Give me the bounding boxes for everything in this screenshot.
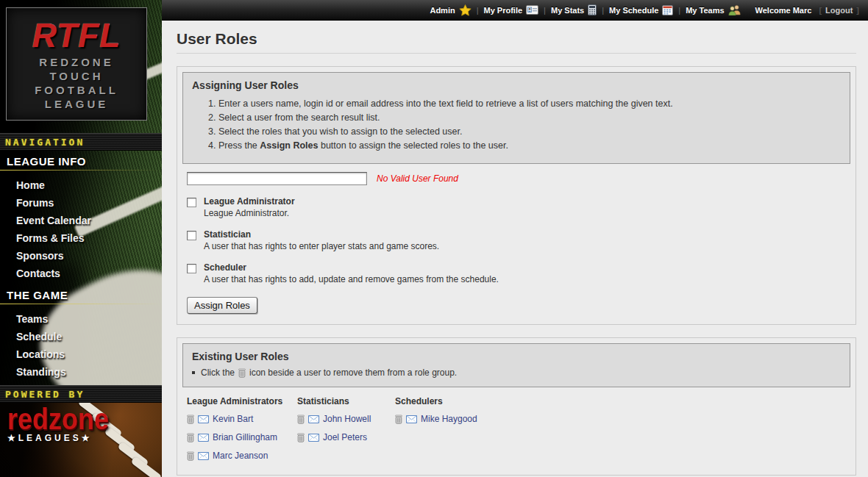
group-icon xyxy=(728,4,741,15)
user-row: Kevin Bart xyxy=(187,413,297,425)
group-statisticians: Statisticians John Howell Joel Peters xyxy=(297,396,395,462)
nav-my-stats-label: My Stats xyxy=(551,6,584,15)
role-description: League Administrator. xyxy=(204,208,295,218)
delete-icon[interactable] xyxy=(187,433,194,442)
bullet-icon xyxy=(192,371,195,374)
logo-line: TOUCH xyxy=(7,69,146,83)
nav-my-schedule[interactable]: My Schedule xyxy=(609,4,673,15)
nav-my-schedule-label: My Schedule xyxy=(609,6,658,15)
logo-acronym: RTFL xyxy=(7,15,146,55)
user-link[interactable]: John Howell xyxy=(323,414,371,424)
sidebar-item-teams[interactable]: Teams xyxy=(0,310,162,328)
nav-admin-label: Admin xyxy=(430,6,455,15)
search-error-message: No Valid User Found xyxy=(377,173,458,184)
sidebar-section-league-info: LEAGUE INFO Home Forums Event Calendar F… xyxy=(0,155,162,282)
existing-roles-header-box: Existing User Roles Click the icon besid… xyxy=(182,343,850,387)
email-icon[interactable] xyxy=(198,415,209,423)
calculator-icon xyxy=(588,4,597,15)
delete-icon[interactable] xyxy=(187,451,194,461)
instruction-step: Select the roles that you wish to assign… xyxy=(218,126,841,137)
sidebar-item-home[interactable]: Home xyxy=(0,176,162,194)
assign-roles-bold: Assign Roles xyxy=(260,140,318,151)
logout-bracket-right: ] xyxy=(856,6,859,15)
role-groups: League Administrators Kevin Bart Brian G… xyxy=(187,396,850,462)
user-link[interactable]: Kevin Bart xyxy=(213,414,253,424)
league-administrator-checkbox[interactable] xyxy=(187,198,196,207)
nav-my-stats[interactable]: My Stats xyxy=(551,4,597,15)
nav-separator: | xyxy=(602,6,604,15)
assign-roles-button[interactable]: Assign Roles xyxy=(187,297,257,314)
logout-button[interactable]: Logout xyxy=(825,6,853,15)
nav-my-teams[interactable]: My Teams xyxy=(686,4,740,15)
calendar-icon xyxy=(662,4,673,15)
email-icon[interactable] xyxy=(198,452,209,460)
role-option-scheduler: Scheduler A user that has rights to add,… xyxy=(187,262,850,284)
user-link[interactable]: Marc Jeanson xyxy=(213,451,268,461)
user-row: Marc Jeanson xyxy=(187,450,297,462)
instruction-step: Select a user from the search result lis… xyxy=(218,112,841,123)
user-link[interactable]: Mike Haygood xyxy=(421,414,477,424)
logout-group: [ Logout ] xyxy=(819,6,859,15)
user-row: John Howell xyxy=(297,413,395,425)
user-row: Mike Haygood xyxy=(395,413,557,425)
user-search-input[interactable] xyxy=(187,172,367,185)
top-navigation-bar: Admin | My Profile | My Stats | My Sched… xyxy=(162,0,868,21)
sidebar-item-forums[interactable]: Forums xyxy=(0,194,162,212)
assigning-roles-panel: Assigning User Roles Enter a users name,… xyxy=(177,66,856,325)
group-title: League Administrators xyxy=(187,396,297,406)
delete-icon xyxy=(238,368,246,378)
user-link[interactable]: Joel Peters xyxy=(323,432,367,442)
section-title: LEAGUE INFO xyxy=(0,155,162,168)
instruction-steps: Enter a users name, login id or email ad… xyxy=(192,98,841,151)
existing-roles-title: Existing User Roles xyxy=(192,351,841,362)
delete-icon[interactable] xyxy=(395,415,402,424)
scheduler-checkbox[interactable] xyxy=(187,264,196,273)
sidebar-item-locations[interactable]: Locations xyxy=(0,345,162,363)
navigation-header-bar: NAVIGATION xyxy=(0,133,162,151)
vcard-icon xyxy=(526,5,538,15)
sidebar-item-event-calendar[interactable]: Event Calendar xyxy=(0,212,162,229)
powered-by-bar: POWERED BY xyxy=(0,385,162,403)
nav-admin[interactable]: Admin xyxy=(430,4,471,16)
user-link[interactable]: Brian Gillingham xyxy=(213,432,277,442)
user-row: Brian Gillingham xyxy=(187,431,297,443)
group-league-administrators: League Administrators Kevin Bart Brian G… xyxy=(187,396,297,462)
nav-my-teams-label: My Teams xyxy=(686,6,724,15)
nav-separator: | xyxy=(544,6,546,15)
email-icon[interactable] xyxy=(198,434,209,442)
delete-icon[interactable] xyxy=(297,415,305,424)
role-description: A user that has rights to enter player s… xyxy=(204,241,439,251)
sidebar-item-sponsors[interactable]: Sponsors xyxy=(0,247,162,265)
redzone-leagues-logo[interactable]: redzone ★LEAGUES★ xyxy=(7,405,109,443)
group-schedulers: Schedulers Mike Haygood xyxy=(395,396,557,462)
delete-icon[interactable] xyxy=(297,433,305,442)
app-window: RTFL REDZONE TOUCH FOOTBALL LEAGUE NAVIG… xyxy=(0,0,868,477)
sidebar-item-schedule[interactable]: Schedule xyxy=(0,328,162,345)
nav-my-profile[interactable]: My Profile xyxy=(484,5,539,15)
email-icon[interactable] xyxy=(308,415,319,423)
sidebar-item-forms-files[interactable]: Forms & Files xyxy=(0,229,162,247)
role-description: A user that has rights to add, update an… xyxy=(204,274,499,284)
existing-roles-panel: Existing User Roles Click the icon besid… xyxy=(177,337,856,476)
sidebar-item-contacts[interactable]: Contacts xyxy=(0,265,162,282)
league-logo[interactable]: RTFL REDZONE TOUCH FOOTBALL LEAGUE xyxy=(6,7,147,121)
statistician-checkbox[interactable] xyxy=(187,231,196,240)
logo-line: REDZONE xyxy=(7,55,146,69)
role-label: Statistician xyxy=(204,229,439,240)
page-title: User Roles xyxy=(177,30,856,48)
logo-line: FOOTBALL xyxy=(7,83,146,97)
title-divider xyxy=(177,53,856,54)
email-icon[interactable] xyxy=(308,434,319,442)
section-title: THE GAME xyxy=(0,289,162,301)
nav-separator: | xyxy=(678,6,680,15)
sidebar-item-standings[interactable]: Standings xyxy=(0,363,162,381)
group-title: Statisticians xyxy=(297,396,395,406)
delete-icon[interactable] xyxy=(187,415,194,424)
group-title: Schedulers xyxy=(395,396,557,406)
section-underline xyxy=(0,170,162,171)
sidebar-section-the-game: THE GAME Teams Schedule Locations Standi… xyxy=(0,289,162,398)
role-option-league-administrator: League Administrator League Administrato… xyxy=(187,196,850,218)
sidebar: RTFL REDZONE TOUCH FOOTBALL LEAGUE NAVIG… xyxy=(0,0,162,477)
email-icon[interactable] xyxy=(406,415,417,423)
assigning-instructions-box: Assigning User Roles Enter a users name,… xyxy=(182,72,850,164)
